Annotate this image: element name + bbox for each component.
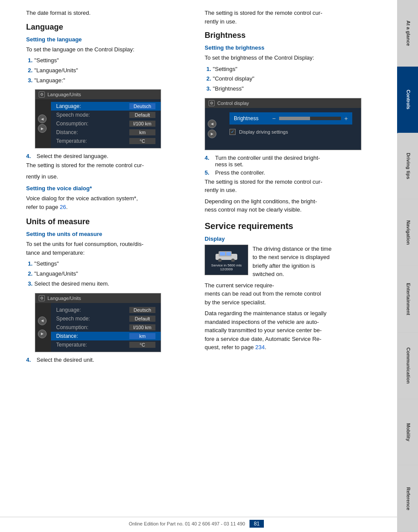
page-number: 81 [249, 520, 264, 528]
brightness-step4-num: 4. [205, 155, 212, 168]
step-4-container: 4. Select the desired language. [26, 153, 192, 159]
screen-header-label: Language/Units [47, 92, 81, 97]
left-column: The date format is stored. Language Sett… [26, 9, 200, 523]
brightness-after-1: The setting is stored for the remote con… [205, 178, 374, 195]
menu-value-1: Default [129, 112, 155, 118]
menu-label-1: Speech mode: [56, 112, 129, 118]
sidebar-tab-entertainment[interactable]: Entertainment [397, 266, 418, 333]
screen-header-brightness: ⚙ Control display [205, 98, 361, 108]
brightness-note: Depending on the light conditions, the b… [205, 197, 374, 214]
service-section-title: Service requirements [205, 221, 374, 231]
sidebar-tab-navigation[interactable]: Navigation [397, 199, 418, 266]
menu-value2-2: l/100 km [129, 324, 155, 330]
sidebar-tab-controls[interactable]: Controls [397, 67, 418, 133]
nav-controller-2: ◀ ▶ [38, 317, 47, 338]
menu-row-3: Distance: km [51, 128, 161, 137]
menu-label2-4: Temperature: [56, 342, 129, 348]
menu-label-0: Language: [56, 103, 129, 109]
brightness-bar [279, 117, 341, 120]
units-step-1: "Settings" [26, 259, 192, 269]
sidebar-tab-communication[interactable]: Communication [397, 333, 418, 399]
menu-row2-0: Language: Deutsch [51, 306, 161, 314]
language-section-title: Language [26, 23, 192, 32]
menu-label-2: Consumption: [56, 121, 129, 127]
brightness-label: Brightness [234, 115, 269, 121]
sidebar-tab-at-a-glance[interactable]: At a glance [397, 0, 418, 67]
units-steps: "Settings" "Language/Units" Select the d… [26, 259, 192, 288]
brightness-nav-left: ◀ [208, 119, 216, 128]
nav-down: ▶ [38, 124, 47, 133]
sidebar: At a glance Controls Driving tips Naviga… [397, 0, 418, 532]
display-title: Display [205, 236, 374, 242]
nav-spacer [38, 326, 47, 329]
menu-row2-1: Speech mode: Default [51, 314, 161, 323]
menu-row-0: Language: Deutsch [51, 102, 161, 111]
car-icon [213, 249, 239, 262]
page-footer: Online Edition for Part no. 01 40 2 606 … [0, 517, 397, 528]
top-text-left: The date format is stored. [26, 9, 192, 17]
main-content: The date format is stored. Language Sett… [0, 0, 397, 532]
service-link[interactable]: 234 [255, 344, 265, 350]
footer-text: Online Edition for Part no. 01 40 2 606 … [129, 521, 245, 526]
right-column: The setting is stored for the remote con… [200, 9, 374, 523]
sidebar-tab-reference[interactable]: Reference [397, 465, 418, 532]
display-driving-label: Display driving settings [239, 129, 288, 135]
menu-value-2: l/100 km [129, 121, 155, 127]
step-4-units-num: 4. [26, 357, 33, 363]
menu-row-4: Temperature: °C [51, 137, 161, 145]
menu-value2-3: km [129, 333, 155, 339]
brightness-step5-num: 5. [205, 169, 212, 176]
setting-brightness-title: Setting the brightness [205, 44, 374, 51]
brightness-minus-icon: − [272, 115, 276, 122]
screen-header-label-2: Language/Units [47, 296, 81, 301]
svg-rect-5 [226, 252, 231, 256]
display-driving-checkbox [229, 129, 236, 135]
screen-body-2: Language: Deutsch Speech mode: Default C… [51, 303, 161, 352]
language-step-3: "Language:" [26, 76, 192, 85]
brightness-nav: ◀ ▶ [208, 119, 216, 138]
settings-icon-2: ⚙ [39, 295, 45, 301]
voice-dialog-text: Voice dialog for the voice activation sy… [26, 194, 192, 211]
nav-up: ◀ [38, 114, 47, 123]
page-container: The date format is stored. Language Sett… [0, 0, 418, 532]
menu-label2-3: Distance: [56, 333, 129, 339]
brightness-content: Brightness − + Display driving settings [209, 112, 357, 145]
menu-value-3: km [129, 129, 155, 135]
units-description: To set the units for fuel consumption, r… [26, 240, 192, 257]
screen-content: ◀ ▶ Language: Deutsch Speech mode: Defau… [35, 99, 161, 148]
menu-value2-4: °C [129, 342, 155, 348]
service-text-3: Data regarding the maintenance status or… [205, 309, 374, 352]
units-screenshot: ⚙ Language/Units ◀ ▶ Language: Deutsch [35, 293, 161, 352]
brightness-step5-text: Press the controller. [215, 169, 265, 176]
language-steps: "Settings" "Language/Units" "Language:" [26, 56, 192, 85]
brightness-option-row: Display driving settings [225, 127, 357, 137]
menu-label-3: Distance: [56, 129, 129, 135]
brightness-step4-text: Turn the controller until the desired br… [215, 155, 320, 168]
menu-row-1: Speech mode: Default [51, 111, 161, 119]
after-step4-2: rently in use. [26, 172, 192, 181]
settings-icon-brightness: ⚙ [209, 100, 215, 106]
brightness-plus-icon: + [344, 115, 348, 122]
screen-content-2: ◀ ▶ Language: Deutsch Speech mode: Defau… [35, 303, 161, 352]
setting-language-title: Setting the language [26, 36, 192, 43]
menu-value-0: Deutsch [129, 103, 155, 109]
voice-dialog-title: Setting the voice dialog* [26, 185, 192, 192]
sidebar-tab-mobility[interactable]: Mobility [397, 399, 418, 466]
brightness-steps: "Settings" "Control display" "Brightness… [205, 65, 374, 94]
brightness-section-title: Brightness [205, 31, 374, 40]
sidebar-tab-driving-tips[interactable]: Driving tips [397, 133, 418, 200]
voice-dialog-link[interactable]: 26 [60, 204, 66, 210]
svg-rect-4 [220, 252, 225, 256]
menu-label2-0: Language: [56, 307, 129, 313]
top-text-right: The setting is stored for the remote con… [205, 9, 374, 26]
brightness-step5-container: 5. Press the controller. [205, 169, 374, 176]
after-step4-1: The setting is stored for the remote con… [26, 161, 192, 170]
brightness-nav-right: ▶ [208, 129, 216, 138]
brightness-step-3: "Brightness" [205, 84, 374, 94]
setting-units-title: Setting the units of measure [26, 231, 192, 237]
menu-value-4: °C [129, 138, 155, 144]
brightness-screen-inner: ◀ ▶ Brightness − + [205, 108, 361, 150]
menu-value2-1: Default [129, 316, 155, 322]
nav-controller: ◀ ▶ [38, 114, 47, 133]
language-screenshot: ⚙ Language/Units ◀ ▶ Language: Deutsch [35, 89, 161, 148]
